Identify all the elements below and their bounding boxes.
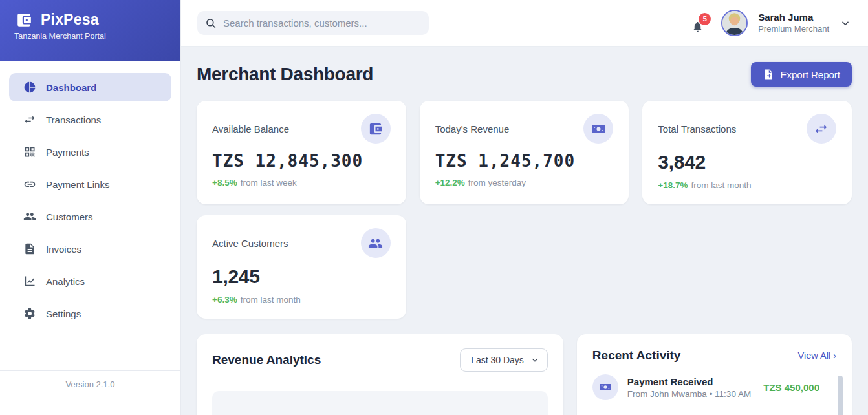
recent-activity-panel: Recent Activity View All › Payment Recei… [577,334,852,415]
sidebar-item-label: Invoices [46,244,81,255]
chevron-down-icon[interactable] [840,17,851,29]
app-window: PixPesa Tanzania Merchant Portal Dashboa… [0,0,868,415]
activity-amount: TZS 450,000 [763,382,819,393]
version-label: Version 2.1.0 [0,379,180,389]
notifications-button[interactable]: 5 [691,12,711,34]
wallet-icon [361,114,391,144]
swap-arrows-icon [807,114,836,144]
main-area: 5 Sarah Juma Premium Merchant [181,0,868,415]
avatar-image [722,11,746,35]
activity-list: Payment Received From John Mwamba • 11:3… [592,374,836,400]
sidebar-item-payments[interactable]: Payments [9,138,171,166]
stat-delta: +18.7%from last month [658,180,836,190]
sidebar-item-label: Analytics [46,276,85,287]
sidebar-item-transactions[interactable]: Transactions [9,105,171,134]
export-icon [763,69,774,80]
user-meta: Sarah Juma Premium Merchant [758,12,829,35]
sidebar-item-label: Customers [46,211,93,222]
search-box[interactable] [197,11,429,35]
stat-value: TZS 1,245,700 [435,151,614,171]
people-icon [23,210,36,223]
sidebar-item-label: Settings [46,308,81,319]
swap-arrows-icon [23,113,36,126]
brand-header: PixPesa Tanzania Merchant Portal [0,0,180,61]
stat-label: Total Transactions [658,123,736,134]
stat-card-active-customers: Active Customers 1,245 +6.3%from last mo… [197,215,406,319]
revenue-analytics-panel: Revenue Analytics Last 30 Days [197,334,563,415]
link-icon [23,178,36,191]
page-header: Merchant Dashboard Export Report [197,62,852,87]
gear-icon [23,307,36,320]
export-report-button[interactable]: Export Report [751,62,852,87]
search-icon [205,17,217,29]
qr-code-icon [23,145,36,158]
search-input[interactable] [223,17,421,28]
stat-label: Active Customers [212,238,288,249]
delta-note: from last month [691,180,752,190]
sidebar-item-dashboard[interactable]: Dashboard [9,73,171,101]
invoice-icon [23,242,36,255]
view-all-link[interactable]: View All › [798,350,836,361]
delta-note: from last week [241,178,297,187]
stat-delta: +8.5%from last week [212,178,391,187]
stats-grid: Available Balance TZS 12,845,300 +8.5%fr… [197,101,852,319]
people-icon [361,228,391,258]
sidebar-item-settings[interactable]: Settings [9,299,171,328]
banknote-icon [592,374,618,400]
revenue-chart-area [212,391,548,415]
chevron-down-icon [530,356,539,365]
stat-card-total-transactions: Total Transactions 3,842 +18.7%from last… [642,101,852,204]
delta-percent: +8.5% [212,178,237,187]
content: Merchant Dashboard Export Report Availab… [181,47,868,415]
date-range-select[interactable]: Last 30 Days [460,348,548,372]
export-report-label: Export Report [780,69,840,80]
stat-label: Available Balance [212,123,289,134]
line-chart-icon [23,275,36,288]
brand-tagline: Tanzania Merchant Portal [14,32,166,41]
pie-chart-icon [23,81,36,94]
activity-subtitle: From John Mwamba • 11:30 AM [627,389,751,399]
sidebar-item-label: Payments [46,147,89,158]
sidebar-item-label: Dashboard [46,82,96,93]
stat-delta: +6.3%from last month [212,295,391,304]
sidebar-footer: Version 2.1.0 [0,370,180,415]
sidebar: PixPesa Tanzania Merchant Portal Dashboa… [0,0,181,415]
delta-percent: +6.3% [212,295,237,304]
sidebar-item-label: Transactions [46,114,101,125]
delta-note: from yesterday [468,178,526,187]
delta-percent: +18.7% [658,180,688,190]
topbar: 5 Sarah Juma Premium Merchant [181,0,868,47]
date-range-value: Last 30 Days [471,355,524,365]
stat-card-todays-revenue: Today's Revenue TZS 1,245,700 +12.2%from… [420,101,629,204]
stat-value: 3,842 [658,151,836,173]
stat-card-available-balance: Available Balance TZS 12,845,300 +8.5%fr… [197,101,406,204]
user-name: Sarah Juma [758,12,829,24]
avatar[interactable] [721,10,748,36]
activity-text: Payment Received From John Mwamba • 11:3… [627,376,751,399]
notification-badge: 5 [699,13,711,25]
activity-scrollbar[interactable] [838,376,843,415]
delta-percent: +12.2% [435,178,465,187]
brand-name: PixPesa [41,11,99,28]
sidebar-item-label: Payment Links [46,179,109,190]
stat-label: Today's Revenue [435,123,510,134]
delta-note: from last month [241,295,301,304]
revenue-analytics-title: Revenue Analytics [212,353,321,367]
topbar-right: 5 Sarah Juma Premium Merchant [691,10,851,36]
sidebar-item-invoices[interactable]: Invoices [9,235,171,263]
user-role: Premium Merchant [758,24,829,34]
activity-title: Payment Received [627,376,751,387]
stat-delta: +12.2%from yesterday [435,178,614,187]
sidebar-item-customers[interactable]: Customers [9,202,171,231]
banknote-icon [583,114,613,144]
bottom-grid: Revenue Analytics Last 30 Days Recent Ac… [197,334,852,415]
page-title: Merchant Dashboard [197,64,373,85]
sidebar-item-analytics[interactable]: Analytics [9,267,171,295]
stat-value: 1,245 [212,266,391,288]
recent-activity-title: Recent Activity [592,348,681,363]
activity-item-payment-received[interactable]: Payment Received From John Mwamba • 11:3… [592,374,836,400]
sidebar-nav: Dashboard Transactions Payments Payment … [0,61,180,370]
sidebar-item-payment-links[interactable]: Payment Links [9,170,171,198]
wallet-logo-icon [14,12,34,28]
stat-value: TZS 12,845,300 [212,151,391,171]
